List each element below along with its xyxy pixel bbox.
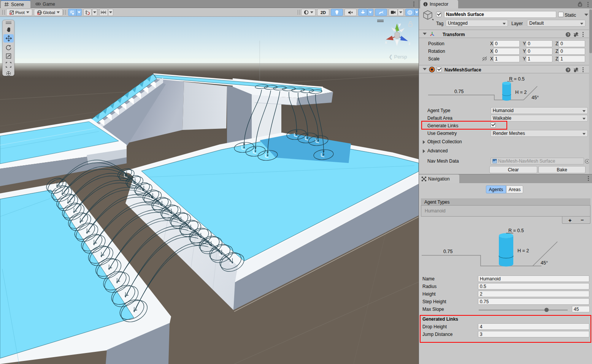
svg-text:H = 2: H = 2 <box>515 90 527 95</box>
svg-text:Y: Y <box>72 13 74 15</box>
svg-text:0.75: 0.75 <box>443 249 452 254</box>
svg-text:45°: 45° <box>541 260 548 266</box>
svg-text:?: ? <box>567 32 570 36</box>
svg-text:x: x <box>385 40 387 44</box>
svg-text:R = 0.5: R = 0.5 <box>509 76 525 82</box>
svg-text:z: z <box>408 41 411 46</box>
svg-text:0.75: 0.75 <box>454 89 463 94</box>
svg-text:R = 0.5: R = 0.5 <box>508 228 524 233</box>
svg-text:?: ? <box>567 68 570 72</box>
svg-text:y: y <box>398 22 401 27</box>
svg-text:45°: 45° <box>532 95 539 100</box>
svg-text:H = 2: H = 2 <box>517 248 529 253</box>
